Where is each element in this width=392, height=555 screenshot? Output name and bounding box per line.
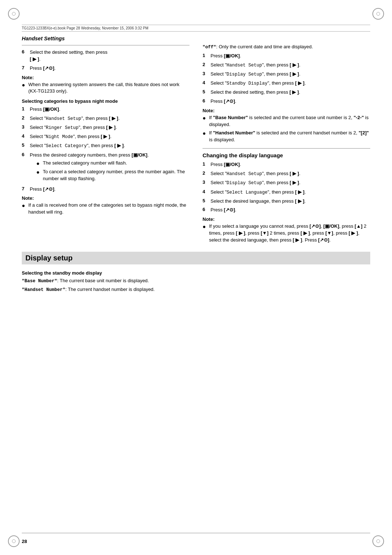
handset-number-label: "Handset Number"	[22, 287, 65, 292]
off-btn: [↗⊙]	[43, 186, 54, 192]
handset-num-bold: "Handset Number"	[213, 130, 255, 135]
bullet-item: ● When the answering system answers the …	[22, 81, 189, 95]
ok-btn: [▣/OK]	[224, 53, 240, 58]
bracket-right: [ ▶ ]	[290, 89, 299, 95]
top-section: Handset Settings 6 Select the desired se…	[22, 36, 370, 245]
bracket-right: [ ▶ ]	[30, 56, 39, 62]
bracket-right: [ ▶ ]	[106, 125, 116, 130]
step-num: 2	[203, 62, 209, 67]
step-num: 3	[203, 71, 209, 76]
left-column: Handset Settings 6 Select the desired se…	[22, 36, 189, 245]
step-num: 4	[203, 189, 209, 194]
key-ref: [↗⊙]	[310, 223, 321, 229]
note-label-4: Note:	[203, 216, 370, 222]
step6-sub-bullets: ● The selected category number will flas…	[36, 160, 189, 182]
bracket-right: [ ▶ ]	[290, 71, 299, 77]
bullet-text: If "Handset Number" is selected and the …	[209, 130, 370, 143]
step-item: 3 Select "Display Setup", then press [ ▶…	[203, 179, 370, 186]
step-num: 6	[22, 152, 28, 157]
base-number-desc: "Base Number": The current base unit num…	[22, 278, 189, 284]
bullet-text: If "Base Number" is selected and the cur…	[209, 114, 370, 128]
right-steps-list: 1 Press [▣/OK]. 2 Select "Handset Setup"…	[203, 53, 370, 105]
step-item: 6 Press the desired category numbers, th…	[22, 152, 189, 184]
step-item: 2 Select "Handset Setup", then press [ ▶…	[22, 115, 189, 122]
bullet-dot: ●	[36, 169, 41, 176]
code-ringer-setup: Ringer Setup	[46, 125, 78, 130]
bracket-right: [ ▶ ]	[101, 134, 110, 139]
bullet-dot: ●	[203, 114, 208, 122]
key-ref: [▣/OK]	[323, 223, 339, 229]
ok-btn: [▣/OK]	[224, 162, 240, 167]
step-content: Select "Display Setup", then press [ ▶ ]…	[211, 71, 370, 78]
step-content: Select the desired setting, then press […	[211, 89, 370, 96]
ok-btn: [▣/OK]	[43, 106, 59, 112]
corner-mark-bl	[8, 535, 20, 547]
bullet-item: ● If "Base Number" is selected and the c…	[203, 114, 370, 128]
step-num: 2	[22, 115, 28, 121]
step-content: Select "Display Setup", then press [ ▶ ]…	[211, 179, 370, 186]
step-num: 6	[203, 207, 209, 212]
key-ref: [ ▶ ]	[301, 230, 310, 236]
step-num: 7	[22, 186, 28, 191]
step-item: 4 Select "Night Mode", then press [ ▶ ].	[22, 133, 189, 140]
step-content: Press [↗⊙].	[211, 98, 370, 105]
step-num: 5	[22, 142, 28, 148]
page: TG1223-1233BX(e-e).book Page 28 Wednesda…	[0, 0, 392, 555]
note-bullets-1: ● When the answering system answers the …	[22, 81, 189, 95]
step-item: 2 Select "Handset Setup", then press [ ▶…	[203, 170, 370, 177]
step-content: Select "Handset Setup", then press [ ▶ ]…	[30, 115, 189, 122]
step-num: 6	[203, 98, 209, 104]
ok-btn: [▣/OK]	[131, 152, 147, 158]
step-item: 4 Select "Standby Display", then press […	[203, 80, 370, 87]
bracket-right: [ ▶ ]	[295, 80, 305, 86]
step-content: Select the desired setting, then press[ …	[30, 49, 189, 63]
off-btn: [↗⊙]	[224, 98, 235, 104]
step-num: 2	[203, 170, 209, 176]
key-ref: [▼]	[325, 230, 333, 236]
title-divider	[22, 45, 189, 45]
bullet-dot: ●	[203, 223, 208, 230]
display-setup-left: Selecting the standby mode display "Base…	[22, 267, 189, 295]
top-steps-list: 6 Select the desired setting, then press…	[22, 49, 189, 72]
step-item: 7 Press [↗⊙].	[22, 65, 189, 72]
step-content: Select "Night Mode", then press [ ▶ ].	[30, 133, 189, 140]
step-content: Press [↗⊙].	[30, 186, 189, 193]
key-ref: [ ▶ ]	[349, 230, 358, 236]
bullet-item: ● The selected category number will flas…	[36, 160, 189, 167]
code-display-setup: Display Setup	[226, 72, 262, 77]
step-num: 5	[203, 89, 209, 94]
step-item: 6 Press [↗⊙].	[203, 207, 370, 214]
key-ref: [▲]	[355, 223, 363, 229]
code-standby-display: Standby Display	[226, 81, 268, 86]
key-ref: [▼]	[261, 230, 269, 236]
bracket-right: [ ▶ ]	[290, 171, 299, 176]
off-label: "off"	[203, 44, 216, 49]
base-number-label: "Base Number"	[22, 278, 57, 283]
display-setup-header: Display setup	[22, 252, 370, 264]
bullet-text: To cancel a selected category number, pr…	[43, 169, 189, 182]
bracket-right: [ ▶ ]	[290, 180, 299, 185]
step-item: 2 Select "Handset Setup", then press [ ▶…	[203, 62, 370, 69]
step-item: 3 Select "Display Setup", then press [ ▶…	[203, 71, 370, 78]
step-item: 5 Select the desired language, then pres…	[203, 198, 370, 205]
step-num: 1	[22, 106, 28, 112]
bullet-item: ● If a call is received from one of the …	[22, 202, 189, 216]
step-content: Select "Handset Setup", then press [ ▶ ]…	[211, 170, 370, 177]
step-content: Select the desired language, then press …	[211, 198, 370, 205]
step-content: Press [↗⊙].	[30, 65, 189, 72]
base-num-bold: "Base Number"	[213, 115, 248, 120]
note-label-3: Note:	[203, 108, 370, 113]
code-handset-setup: Handset Setup	[46, 116, 81, 121]
note-label-2: Note:	[22, 195, 189, 201]
step-num: 1	[203, 53, 209, 58]
cat-steps-list: 1 Press [▣/OK]. 2 Select "Handset Setup"…	[22, 106, 189, 193]
step-item: 3 Select "Ringer Setup", then press [ ▶ …	[22, 124, 189, 131]
bullet-text: When the answering system answers the ca…	[28, 81, 189, 95]
step-content: Press [▣/OK].	[211, 161, 370, 168]
val-2: "-2-"	[354, 115, 364, 120]
bullet-item: ● To cancel a selected category number, …	[36, 169, 189, 182]
step-content: Press [↗⊙].	[211, 207, 370, 214]
corner-mark-tr	[372, 8, 384, 20]
code-handset-setup: Handset Setup	[226, 63, 262, 68]
bracket-right: [ ▶ ]	[295, 198, 305, 204]
